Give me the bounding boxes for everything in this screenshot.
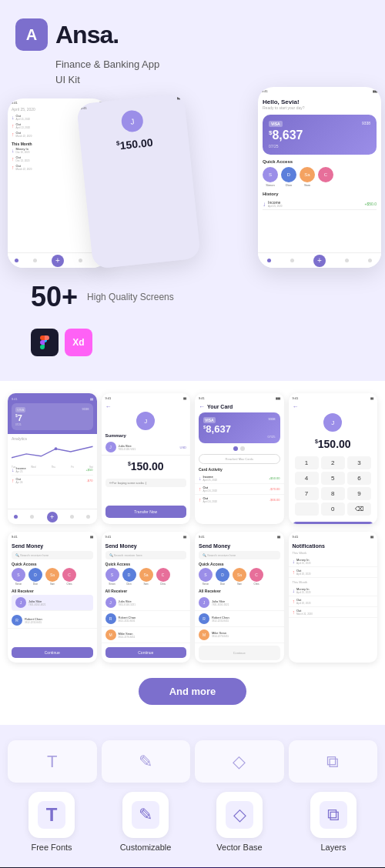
screen-notifications: 9:41▮▮ Notifications This Week ↓ Money I… (289, 532, 378, 663)
header-section: A Ansa. Finance & Banking App UI Kit 9:4… (0, 0, 385, 381)
screen-your-card: 9:41▮▮▮ ← Your Card VISA 9338 $8,637 07/… (195, 393, 284, 524)
vector-base-icon-box: ◇ (216, 792, 263, 838)
and-more-button[interactable]: And more (139, 678, 247, 705)
screens-section: 9:41▮▮ VISA 9338 $7 07/25 Analytics (0, 381, 385, 725)
customizable-icon: ✎ (132, 801, 159, 829)
free-fonts-icon: T (38, 801, 65, 829)
layers-label: Layers (320, 843, 346, 852)
feature-vector-base: ◇ Vector Base (196, 792, 283, 852)
brand-row: A Ansa. (15, 18, 370, 51)
hero-phone-right: 9:41▮▮▮ Hello, Sevia! Ready to start you… (258, 87, 381, 268)
vector-base-icon: ◇ (226, 801, 253, 829)
vector-base-label: Vector Base (216, 843, 262, 852)
hero-phone-center: 9:41▮▮ J $150.00 (76, 93, 201, 269)
brand-name: Ansa. (55, 21, 119, 49)
tools-row: Xd (31, 329, 354, 356)
customizable-icon-box: ✎ (122, 792, 169, 838)
layers-icon-box: ⧉ (310, 792, 357, 838)
stats-label: High Quality Screens (87, 291, 174, 304)
screen-dashboard: 9:41▮▮ VISA 9338 $7 07/25 Analytics (8, 393, 97, 524)
brand-icon: A (15, 18, 48, 51)
feature-customizable: ✎ Customizable (102, 792, 189, 852)
layers-icon: ⧉ (320, 801, 347, 829)
free-fonts-icon-box: T (28, 792, 75, 838)
hero-mockups: 9:41▮▮▮ April 25, 2020 ↓ OutApril 15, 20… (0, 87, 385, 272)
features-grid: T Free Fonts ✎ Customizable ◇ Vector Bas… (8, 792, 377, 852)
xd-badge: Xd (65, 329, 92, 356)
stats-number: 50+ (31, 281, 78, 313)
customizable-label: Customizable (120, 843, 172, 852)
screen-send-money-1: 9:41▮▮ Send Money 🔍 Search receiver here… (8, 532, 97, 663)
free-fonts-label: Free Fonts (31, 843, 72, 852)
screen-numpad: 9:41▮▮ ← J $150.00 1 2 3 4 5 6 7 8 (289, 393, 378, 524)
svg-point-0 (55, 447, 58, 450)
feature-layers: ⧉ Layers (290, 792, 377, 852)
figma-badge (31, 329, 59, 356)
screens-grid-row1: 9:41▮▮ VISA 9338 $7 07/25 Analytics (8, 393, 377, 524)
feature-free-fonts: T Free Fonts (8, 792, 95, 852)
features-section: T ✎ ◇ ⧉ T Free Fonts ✎ Custom (0, 725, 385, 867)
and-more-row: And more (8, 670, 377, 713)
screen-send-money-3: 9:41▮▮ Send Money 🔍 Search receiver here… (195, 532, 284, 663)
screens-grid-row2: 9:41▮▮ Send Money 🔍 Search receiver here… (8, 532, 377, 663)
screen-send-money-2: 9:41▮▮ Send Money 🔍 Search receiver here… (102, 532, 191, 663)
stats-row: 50+ High Quality Screens (31, 281, 354, 313)
screen-summary: 9:41▮▮ ← J Summary J Julia Skie7831-E192… (102, 393, 191, 524)
brand-tagline: Finance & Banking App UI Kit (55, 57, 370, 87)
